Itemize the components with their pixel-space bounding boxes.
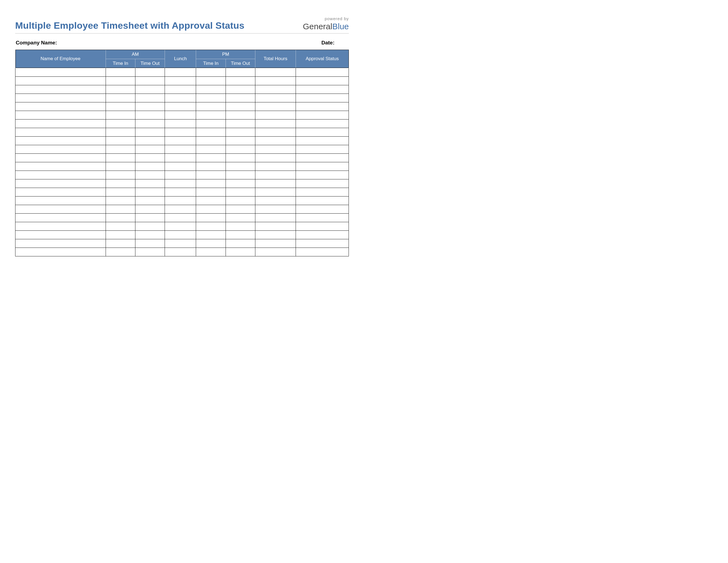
cell[interactable] (135, 128, 165, 136)
cell[interactable] (106, 136, 135, 145)
cell[interactable] (196, 205, 226, 213)
cell[interactable] (106, 76, 135, 85)
cell[interactable] (165, 94, 196, 102)
cell[interactable] (296, 136, 349, 145)
cell[interactable] (226, 247, 255, 256)
cell[interactable] (135, 230, 165, 239)
cell[interactable] (106, 94, 135, 102)
cell[interactable] (15, 153, 106, 162)
cell[interactable] (135, 102, 165, 111)
cell[interactable] (255, 145, 296, 153)
cell[interactable] (106, 213, 135, 222)
cell[interactable] (196, 76, 226, 85)
cell[interactable] (226, 119, 255, 128)
cell[interactable] (226, 111, 255, 119)
cell[interactable] (196, 247, 226, 256)
cell[interactable] (135, 222, 165, 230)
cell[interactable] (196, 102, 226, 111)
cell[interactable] (296, 128, 349, 136)
cell[interactable] (165, 239, 196, 247)
cell[interactable] (226, 145, 255, 153)
cell[interactable] (296, 239, 349, 247)
cell[interactable] (296, 145, 349, 153)
cell[interactable] (15, 94, 106, 102)
cell[interactable] (226, 153, 255, 162)
cell[interactable] (106, 170, 135, 179)
cell[interactable] (165, 145, 196, 153)
cell[interactable] (135, 94, 165, 102)
cell[interactable] (255, 222, 296, 230)
cell[interactable] (135, 145, 165, 153)
cell[interactable] (106, 196, 135, 205)
cell[interactable] (296, 94, 349, 102)
cell[interactable] (226, 170, 255, 179)
cell[interactable] (15, 205, 106, 213)
cell[interactable] (165, 188, 196, 196)
cell[interactable] (255, 230, 296, 239)
cell[interactable] (135, 239, 165, 247)
cell[interactable] (255, 153, 296, 162)
cell[interactable] (165, 128, 196, 136)
cell[interactable] (106, 247, 135, 256)
cell[interactable] (15, 119, 106, 128)
cell[interactable] (296, 119, 349, 128)
cell[interactable] (165, 111, 196, 119)
cell[interactable] (196, 188, 226, 196)
cell[interactable] (165, 247, 196, 256)
cell[interactable] (296, 188, 349, 196)
cell[interactable] (296, 179, 349, 188)
cell[interactable] (135, 136, 165, 145)
cell[interactable] (196, 239, 226, 247)
cell[interactable] (135, 111, 165, 119)
cell[interactable] (165, 170, 196, 179)
cell[interactable] (255, 136, 296, 145)
cell[interactable] (15, 136, 106, 145)
cell[interactable] (255, 111, 296, 119)
cell[interactable] (15, 128, 106, 136)
cell[interactable] (135, 188, 165, 196)
cell[interactable] (15, 76, 106, 85)
cell[interactable] (15, 247, 106, 256)
cell[interactable] (296, 196, 349, 205)
cell[interactable] (226, 85, 255, 94)
cell[interactable] (255, 119, 296, 128)
cell[interactable] (226, 188, 255, 196)
cell[interactable] (255, 76, 296, 85)
cell[interactable] (296, 222, 349, 230)
cell[interactable] (165, 119, 196, 128)
cell[interactable] (165, 68, 196, 76)
cell[interactable] (226, 162, 255, 170)
cell[interactable] (15, 170, 106, 179)
cell[interactable] (15, 102, 106, 111)
cell[interactable] (106, 188, 135, 196)
cell[interactable] (165, 230, 196, 239)
cell[interactable] (135, 68, 165, 76)
cell[interactable] (135, 162, 165, 170)
cell[interactable] (255, 196, 296, 205)
cell[interactable] (135, 170, 165, 179)
cell[interactable] (255, 170, 296, 179)
cell[interactable] (226, 196, 255, 205)
cell[interactable] (135, 247, 165, 256)
cell[interactable] (15, 145, 106, 153)
cell[interactable] (165, 179, 196, 188)
cell[interactable] (296, 162, 349, 170)
cell[interactable] (226, 68, 255, 76)
cell[interactable] (196, 170, 226, 179)
cell[interactable] (296, 170, 349, 179)
cell[interactable] (106, 222, 135, 230)
cell[interactable] (196, 128, 226, 136)
cell[interactable] (15, 111, 106, 119)
cell[interactable] (255, 213, 296, 222)
cell[interactable] (196, 222, 226, 230)
cell[interactable] (15, 222, 106, 230)
cell[interactable] (255, 247, 296, 256)
cell[interactable] (255, 179, 296, 188)
cell[interactable] (255, 102, 296, 111)
cell[interactable] (165, 76, 196, 85)
cell[interactable] (226, 136, 255, 145)
cell[interactable] (106, 111, 135, 119)
cell[interactable] (135, 85, 165, 94)
cell[interactable] (106, 102, 135, 111)
cell[interactable] (135, 76, 165, 85)
